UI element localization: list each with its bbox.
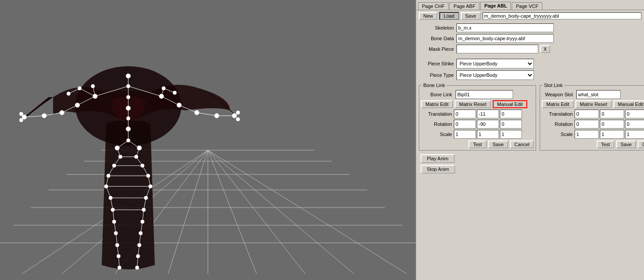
tab-page-abl[interactable]: Page ABL [480, 2, 511, 10]
bone-translation-z[interactable] [500, 110, 522, 118]
slot-link-title: Slot Link [543, 83, 564, 88]
mask-piece-label: Mask Piece [421, 46, 454, 52]
slot-rotation-row: Rotation [542, 120, 644, 129]
weapon-slot-row: Weapon Slot [542, 90, 644, 99]
skeleton-label: Skeleton [421, 25, 454, 30]
piece-type-select[interactable]: Piece UpperBody Piece LowerBody Piece He… [456, 70, 534, 80]
bone-translation-y[interactable] [477, 110, 499, 118]
tab-page-chf[interactable]: Page CHF [418, 2, 448, 10]
new-button[interactable]: New [419, 12, 437, 20]
skeleton-input[interactable] [456, 23, 554, 32]
bone-data-row: Bone Data [421, 34, 640, 43]
slot-rotation-x[interactable] [575, 120, 599, 129]
bone-save-row: Test Save Cancel [421, 140, 534, 148]
skeleton-row: Skeleton [421, 23, 640, 32]
slot-link-inner: Weapon Slot Matrix Edit Matrix Reset Man… [542, 90, 644, 148]
slot-translation-y[interactable] [600, 110, 624, 118]
slot-scale-y[interactable] [600, 130, 624, 139]
bone-scale-x[interactable] [454, 130, 476, 139]
filename-input[interactable] [483, 12, 641, 19]
bone-manual-edit-button[interactable]: Manual Edit [493, 100, 527, 108]
slot-rotation-z[interactable] [625, 120, 644, 129]
bone-test-button[interactable]: Test [468, 140, 486, 148]
bone-scale-z[interactable] [500, 130, 522, 139]
bone-cancel-button[interactable]: Cancel [510, 140, 534, 148]
bone-translation-label: Translation [421, 111, 452, 117]
slot-scale-label: Scale [542, 132, 573, 137]
bone-save-button[interactable]: Save [488, 140, 508, 148]
anim-section: Play Anim Stop Anim [416, 152, 644, 177]
bone-translation-x[interactable] [454, 110, 476, 118]
bone-rotation-row: Rotation [421, 120, 534, 129]
bone-matrix-edit-button[interactable]: Matrix Edit [421, 100, 453, 108]
bone-translation-row: Translation [421, 110, 534, 118]
piece-section: Piece Strike Piece UpperBody Piece Lower… [416, 57, 644, 83]
slot-cancel-button[interactable]: C [638, 140, 644, 148]
bone-data-label: Bone Data [421, 36, 454, 41]
bone-scale-y[interactable] [477, 130, 499, 139]
slot-scale-row: Scale [542, 130, 644, 139]
bone-scale-label: Scale [421, 132, 452, 137]
bone-link-title: Bone Link [422, 83, 446, 88]
piece-type-row: Piece Type Piece UpperBody Piece LowerBo… [421, 70, 640, 80]
slot-link-group: Slot Link Weapon Slot Matrix Edit Matrix… [540, 85, 644, 151]
bone-link-inner: Bone Link Matrix Edit Matrix Reset Manua… [421, 90, 534, 148]
bone-rotation-label: Rotation [421, 121, 452, 127]
bone-link-label: Bone Link [421, 92, 452, 97]
bone-rotation-y[interactable] [477, 120, 499, 129]
right-panel: Page CHF Page ABF Page ABL Page VCF New … [416, 0, 644, 280]
piece-strike-select[interactable]: Piece UpperBody Piece LowerBody Piece He… [456, 59, 534, 68]
bone-rotation-x[interactable] [454, 120, 476, 129]
weapon-slot-input[interactable] [576, 90, 621, 99]
play-anim-button[interactable]: Play Anim [421, 154, 455, 163]
bone-link-group: Bone Link Bone Link Matrix Edit Matrix R… [419, 85, 536, 151]
piece-strike-label: Piece Strike [421, 61, 454, 66]
slot-rotation-label: Rotation [542, 121, 573, 127]
bone-link-input[interactable] [456, 90, 513, 99]
slot-test-button[interactable]: Test [597, 140, 614, 148]
slot-manual-edit-button[interactable]: Manual Edit [613, 100, 644, 108]
tab-page-abf[interactable]: Page ABF [449, 2, 479, 10]
slot-save-row: Test Save C [542, 140, 644, 148]
slot-translation-row: Translation [542, 110, 644, 118]
bone-rotation-z[interactable] [500, 120, 522, 129]
mask-piece-row: Mask Piece X [421, 45, 640, 53]
slot-btn-row: Matrix Edit Matrix Reset Manual Edit [542, 100, 644, 108]
bone-link-btn-row: Matrix Edit Matrix Reset Manual Edit [421, 100, 534, 108]
slot-matrix-edit-button[interactable]: Matrix Edit [542, 100, 574, 108]
mask-piece-x-button[interactable]: X [540, 45, 550, 53]
bone-link-row: Bone Link [421, 90, 534, 99]
slot-translation-x[interactable] [575, 110, 599, 118]
slot-translation-label: Translation [542, 111, 573, 117]
slot-save-button[interactable]: Save [616, 140, 636, 148]
piece-strike-row: Piece Strike Piece UpperBody Piece Lower… [421, 59, 640, 68]
slot-scale-z[interactable] [625, 130, 644, 139]
bone-scale-row: Scale [421, 130, 534, 139]
piece-type-label: Piece Type [421, 72, 454, 78]
mask-piece-input[interactable] [456, 45, 538, 53]
3d-viewport[interactable] [0, 0, 416, 280]
tab-page-vcf[interactable]: Page VCF [512, 2, 542, 10]
weapon-slot-label: Weapon Slot [542, 92, 573, 97]
link-groups-row: Bone Link Bone Link Matrix Edit Matrix R… [416, 83, 644, 152]
slot-matrix-reset-button[interactable]: Matrix Reset [575, 100, 612, 108]
slot-rotation-y[interactable] [600, 120, 624, 129]
save-button[interactable]: Save [461, 12, 481, 20]
tabs-container: Page CHF Page ABF Page ABL Page VCF [416, 0, 644, 10]
slot-translation-z[interactable] [625, 110, 644, 118]
skeleton-section: Skeleton Bone Data Mask Piece X [416, 22, 644, 57]
slot-scale-x[interactable] [575, 130, 599, 139]
bone-matrix-reset-button[interactable]: Matrix Reset [455, 100, 491, 108]
load-button[interactable]: Load [439, 12, 459, 20]
toolbar: New Load Save [416, 10, 644, 22]
stop-anim-button[interactable]: Stop Anim [421, 165, 455, 174]
bone-data-input[interactable] [456, 34, 554, 43]
